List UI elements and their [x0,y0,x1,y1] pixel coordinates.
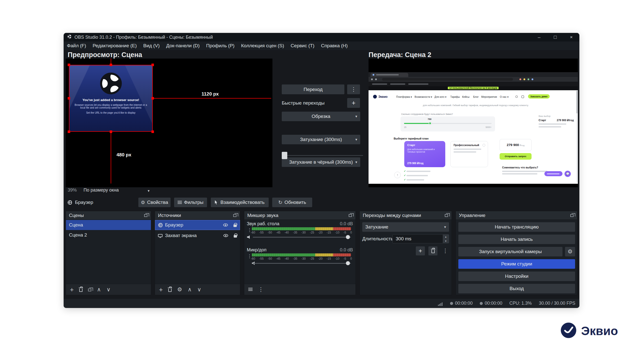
virtual-camera-settings-button[interactable]: ⚙ [565,247,575,256]
meter-tick: -60 [251,257,255,260]
add-quick-transition-button[interactable]: + [347,98,360,108]
tbar-slider-track[interactable] [283,155,363,156]
remove-scene-icon[interactable] [79,289,83,292]
menu-file[interactable]: Файл (F) [64,41,89,50]
volume-meter [252,253,351,256]
preview-canvas[interactable]: You've just added a browser source! Brow… [66,59,272,187]
add-transition-button[interactable]: + [416,246,425,255]
zoom-dropdown-caret[interactable]: ▾ [148,189,150,193]
menu-scene-collection[interactable]: Коллекция сцен (S) [238,41,287,50]
volume-slider-knob[interactable] [346,261,350,265]
preview-zoom-row[interactable]: 39% По размеру окна ▾ [68,188,219,195]
studio-mode-button[interactable]: Режим студии [458,259,575,269]
tab-favicon [373,74,374,76]
meter-tick: 0 [350,231,352,234]
mixer-dock-header: Микшер звука [244,211,355,220]
volume-slider-knob[interactable] [346,235,350,239]
resize-handle-ne[interactable] [151,64,154,66]
resize-handle-w[interactable] [68,97,70,100]
tbar-slider-handle[interactable] [282,152,287,159]
spin-up-icon[interactable]: ▴ [443,235,449,239]
source-row[interactable]: Захват экрана [155,231,240,241]
lock-icon[interactable] [233,224,237,227]
resize-handle-se[interactable] [151,130,154,133]
move-scene-up-icon[interactable]: ∧ [97,287,101,292]
add-scene-icon[interactable]: + [70,286,74,293]
popout-icon[interactable] [570,214,574,217]
site-scrollbar [576,90,578,182]
start-recording-button[interactable]: Начать запись [458,235,575,244]
quick-transition-fade-to-black[interactable]: Затухание в чёрный (300ms) ▾ [282,157,360,167]
quick-transition-fade[interactable]: Затухание (300ms) ▾ [282,135,360,144]
exit-button[interactable]: Выход [458,284,575,293]
meter-tick: -40 [285,231,289,234]
popout-icon[interactable] [144,214,147,217]
close-button[interactable]: × [563,33,579,41]
popout-icon[interactable] [445,214,448,217]
remove-transition-button[interactable] [428,246,437,255]
menu-view[interactable]: Вид (V) [140,41,163,50]
site-choice-plan: Старт [539,119,546,122]
quick-transition-cut[interactable]: Обрезка ▾ [282,112,360,121]
scenes-dock: Сцены Сцена Сцена 2 + ∧ ∨ [66,211,151,295]
site-summary-unit: ₽/год [520,144,525,147]
volume-slider-track[interactable] [253,263,351,264]
resize-handle-sw[interactable] [68,130,70,133]
move-source-down-icon[interactable]: ∨ [197,287,201,292]
move-source-up-icon[interactable]: ∧ [188,287,192,292]
browser-extension-icon [528,78,529,80]
text-placeholder [454,151,476,153]
start-virtual-camera-button[interactable]: Запуск виртуальной камеры [458,247,562,256]
remove-source-icon[interactable] [168,289,172,292]
site-summary-box: 279 900 ₽/год [500,139,532,151]
transition-menu-button[interactable]: ⋮ [347,84,360,94]
transition-type-dropdown[interactable]: Затухание ▾ [362,222,449,232]
menu-tools[interactable]: Сервис (T) [287,41,318,50]
transition-button[interactable]: Переход [282,84,344,94]
menu-profile[interactable]: Профиль (P) [203,41,238,50]
duration-spinbox[interactable]: 300 ms ▴ ▾ [392,234,449,243]
resize-handle-nw[interactable] [68,64,70,66]
menu-edit[interactable]: Редактирование (E) [89,41,140,50]
spin-down-icon[interactable]: ▾ [443,239,449,243]
mixer-channel-header: Микр/доп 0.0 dB [247,247,353,254]
filters-button[interactable]: Фильтры [174,198,207,207]
scene-row[interactable]: Сцена 2 [66,230,151,240]
text-placeholder [454,149,481,150]
move-scene-down-icon[interactable]: ∨ [106,287,110,292]
add-source-icon[interactable]: + [159,286,163,293]
menu-docks[interactable]: Док-панели (D) [163,41,203,50]
speaker-mute-icon[interactable] [247,235,251,239]
transition-kebab-icon[interactable]: ⋮ [442,248,448,254]
volume-slider-track[interactable] [253,237,351,238]
settings-button[interactable]: Настройки [458,272,575,281]
controls-dock: Управление Начать трансляцию Начать запи… [456,211,577,295]
selected-source-indicator: Браузер [68,198,93,207]
interact-button[interactable]: Взаимодействовать [211,198,269,207]
scene-filters-icon[interactable] [88,289,91,291]
network-status-icon [438,301,443,306]
mixer-kebab-icon[interactable]: ⋮ [258,287,264,292]
source-row-selected[interactable]: Браузер [155,220,240,230]
menu-help[interactable]: Справка (H) [318,41,351,50]
height-dimension-label: 480 px [116,152,131,158]
site-banner-text: 12 пользователей бесплатно на 6 месяцев [448,87,499,89]
meter-tick: -55 [259,257,263,260]
minimize-button[interactable]: – [531,33,547,41]
sources-dock: Источники Браузер Захват экрана + ⚙ ∧ [155,211,240,295]
visibility-eye-icon[interactable] [223,234,228,237]
start-streaming-button[interactable]: Начать трансляцию [458,222,575,232]
scene-row-selected[interactable]: Сцена [66,220,151,230]
source-properties-gear-icon[interactable]: ⚙ [177,287,182,292]
volume-meter [252,227,351,230]
popout-icon[interactable] [349,214,352,217]
maximize-button[interactable]: □ [547,33,563,41]
popout-icon[interactable] [233,214,236,217]
lock-icon[interactable] [234,235,237,238]
meter-tick: -10 [335,257,339,260]
advanced-audio-icon[interactable] [248,288,253,291]
refresh-button[interactable]: ↻ Обновить [272,198,312,207]
bookmark-placeholder [408,83,428,85]
properties-button[interactable]: ⚙ Свойства [138,198,171,207]
visibility-eye-icon[interactable] [223,223,228,227]
